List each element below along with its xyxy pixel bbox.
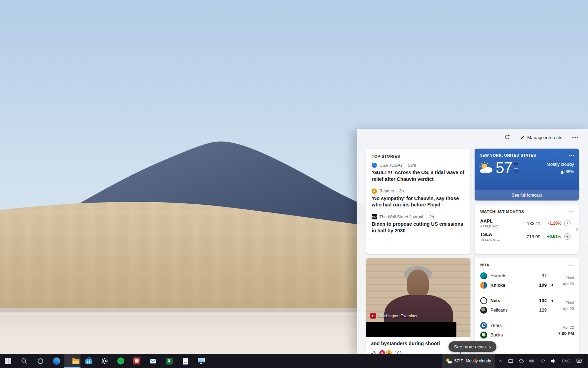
- team-name: 76ers: [490, 323, 553, 328]
- stock-row-aapl[interactable]: AAPL APPLE INC. 133.11 -1.28%: [475, 217, 579, 230]
- edge-icon: [53, 357, 60, 365]
- windows-logo-icon: [5, 358, 11, 364]
- weather-card-options-button[interactable]: [569, 153, 575, 157]
- taskbar: 57°F Mostly cloudy: [0, 354, 588, 368]
- watchlist-options-button[interactable]: [568, 210, 574, 214]
- story-headline: ‘GUILTY!’ Across the US, a tidal wave of…: [372, 169, 465, 183]
- search-button[interactable]: [16, 354, 32, 368]
- story-link[interactable]: WSJ The Wall Street Journal. 2h Biden to…: [372, 214, 465, 234]
- news-and-interests-panel: Manage interests TOP STORIES USA TODAY 5…: [357, 129, 588, 354]
- top-stories-title: TOP STORIES: [372, 154, 465, 158]
- add-to-watchlist-button[interactable]: [564, 233, 570, 240]
- gear-icon: [101, 357, 108, 364]
- game-time: 7:00 PM: [558, 330, 574, 336]
- mail-envelope-icon: [149, 358, 156, 364]
- manage-interests-button[interactable]: Manage interests: [520, 135, 562, 140]
- precipitation-value: 89%: [566, 169, 574, 174]
- action-center-button[interactable]: [574, 354, 584, 368]
- store-bag-icon: [85, 359, 92, 364]
- story-time: 3h: [397, 189, 404, 193]
- cortana-button[interactable]: [32, 354, 48, 368]
- cloud-icon: [518, 358, 524, 364]
- nets-logo: [480, 297, 487, 304]
- game-date: Apr 20: [563, 306, 574, 312]
- tablet-icon: [508, 358, 513, 364]
- panel-header: Manage interests: [504, 133, 579, 142]
- notepad-button[interactable]: [177, 354, 193, 368]
- show-desktop-button[interactable]: [585, 354, 587, 368]
- manage-interests-label: Manage interests: [527, 135, 562, 140]
- weather-temperature: 57: [496, 160, 512, 176]
- file-explorer-icon: [69, 358, 76, 364]
- team-name: Knicks: [490, 282, 534, 288]
- nba-game-row[interactable]: Nets 134 Pelicans 129 Final Apr 20: [475, 293, 579, 318]
- hidden-icons-button[interactable]: [496, 354, 505, 368]
- stock-change: -1.28%: [540, 221, 561, 226]
- cortana-icon: [37, 358, 44, 364]
- settings-button[interactable]: [97, 354, 113, 368]
- edge-button[interactable]: [48, 354, 64, 368]
- story-link[interactable]: Reuters 3h ‘No sympathy’ for Chauvin, sa…: [372, 189, 465, 209]
- nba-game-row[interactable]: Hornets 97 Knicks 109 Final Apr 20: [475, 268, 579, 293]
- wow-reaction-icon[interactable]: [386, 350, 392, 354]
- story-time: 2h: [427, 214, 434, 219]
- knicks-logo: [480, 282, 487, 289]
- story-source: The Wall Street Journal.: [379, 214, 424, 219]
- see-more-news-label: See more news: [454, 344, 485, 349]
- team-name: Bucks: [490, 332, 553, 338]
- volume-tray-button[interactable]: [548, 354, 558, 368]
- stock-symbol: TSLA: [480, 232, 511, 237]
- mail-button[interactable]: [145, 354, 161, 368]
- refresh-icon: [504, 134, 510, 140]
- display-app-button[interactable]: [193, 354, 209, 368]
- story-link[interactable]: USA TODAY 52m ‘GUILTY!’ Across the US, a…: [372, 163, 465, 183]
- reuters-logo: [372, 189, 377, 194]
- taskbar-condition: Mostly cloudy: [465, 359, 491, 363]
- weather-condition: Mostly cloudy: [546, 162, 574, 167]
- celsius-toggle[interactable]: °C: [514, 169, 518, 173]
- game-date: Apr 22: [558, 325, 574, 330]
- green-app-button[interactable]: [113, 354, 129, 368]
- stock-price: 718.99: [511, 234, 540, 239]
- system-tray: 57°F Mostly cloudy: [442, 354, 588, 368]
- news-and-interests-button[interactable]: 57°F Mostly cloudy: [442, 354, 495, 368]
- speaker-icon: [551, 358, 556, 364]
- winner-arrow-icon: [551, 284, 553, 287]
- story-time: 52m: [405, 163, 416, 168]
- stock-change: +0.61%: [540, 234, 561, 239]
- stock-symbol: AAPL: [480, 218, 511, 224]
- red-app-button[interactable]: [129, 354, 145, 368]
- microsoft-store-button[interactable]: [80, 354, 97, 368]
- story-headline: Biden to propose cutting US emissions in…: [372, 221, 465, 234]
- heart-reaction-icon[interactable]: [379, 350, 385, 354]
- refresh-button[interactable]: [504, 134, 510, 141]
- nba-options-button[interactable]: [568, 263, 574, 267]
- video-thumbnail[interactable]: E Washington Examiner: [366, 258, 470, 337]
- hornets-logo: [480, 272, 487, 279]
- network-tray-button[interactable]: [538, 354, 548, 368]
- onedrive-tray-button[interactable]: [516, 354, 526, 368]
- wsj-logo: WSJ: [372, 214, 377, 219]
- weather-location: NEW YORK, UNITED STATES: [479, 153, 536, 157]
- excel-like-app-button[interactable]: [161, 354, 177, 368]
- nba-game-row[interactable]: 76ers Bucks Apr 22 7:00 PM: [475, 318, 579, 343]
- panel-more-options-button[interactable]: [572, 135, 579, 140]
- like-icon[interactable]: [371, 350, 376, 354]
- x-app-icon: [166, 358, 173, 364]
- fahrenheit-toggle[interactable]: °F: [514, 163, 518, 169]
- see-full-forecast-button[interactable]: See full forecast: [475, 190, 579, 200]
- pencil-icon: [520, 135, 525, 140]
- story-source: USA TODAY: [379, 163, 403, 168]
- see-more-news-button[interactable]: See more news: [448, 341, 496, 352]
- stock-row-tsla[interactable]: TSLA TESLA, INC. 718.99 +0.61%: [475, 230, 579, 243]
- watchlist-next-arrow[interactable]: [576, 225, 578, 232]
- tablet-tray-button[interactable]: [506, 354, 516, 368]
- start-button[interactable]: [0, 354, 16, 368]
- seventy-sixers-logo: [480, 322, 487, 329]
- file-explorer-button[interactable]: [64, 354, 80, 368]
- language-indicator[interactable]: ENG: [559, 359, 573, 363]
- battery-tray-button[interactable]: [527, 354, 537, 368]
- weather-card: NEW YORK, UNITED STATES 57 °F °C Mostly …: [475, 149, 579, 200]
- add-to-watchlist-button[interactable]: [564, 220, 570, 226]
- taskbar-weather-icon: [446, 359, 452, 363]
